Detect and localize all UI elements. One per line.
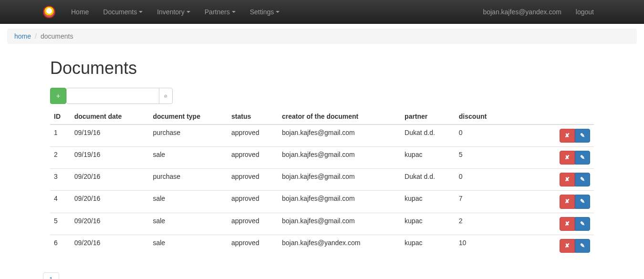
edit-button[interactable] <box>575 173 590 186</box>
search-icon <box>164 92 167 100</box>
cell-date: 09/20/16 <box>71 191 149 213</box>
cell-status: approved <box>228 124 278 147</box>
col-status: status <box>228 109 278 124</box>
nav-user-email[interactable]: bojan.kajfes@yandex.com <box>476 1 568 23</box>
cell-creator: bojan.kajfes@gmail.com <box>278 124 401 147</box>
nav-home[interactable]: Home <box>64 1 96 23</box>
cell-status: approved <box>228 191 278 213</box>
nav-inventory-label: Inventory <box>157 8 185 16</box>
documents-table: ID document date document type status cr… <box>50 109 594 257</box>
add-button[interactable]: + <box>50 88 66 104</box>
delete-button[interactable] <box>560 195 575 208</box>
col-discount: discount <box>455 109 506 124</box>
cell-type: purchase <box>149 169 228 191</box>
edit-icon <box>580 132 585 140</box>
cell-id: 6 <box>50 235 71 257</box>
cell-actions <box>506 147 594 169</box>
cell-id: 1 <box>50 124 71 147</box>
cell-date: 09/19/16 <box>71 147 149 169</box>
breadcrumb-home[interactable]: home <box>14 32 31 40</box>
edit-button[interactable] <box>575 239 590 253</box>
edit-icon <box>580 220 585 228</box>
breadcrumb: home documents <box>7 29 637 44</box>
cell-creator: bojan.kajfes@gmail.com <box>278 213 401 235</box>
chevron-down-icon <box>139 11 143 13</box>
edit-button[interactable] <box>575 129 590 143</box>
cell-status: approved <box>228 169 278 191</box>
cell-id: 2 <box>50 147 71 169</box>
cell-id: 3 <box>50 169 71 191</box>
cell-date: 09/20/16 <box>71 235 149 257</box>
cell-discount: 7 <box>455 191 506 213</box>
cell-partner: kupac <box>401 191 455 213</box>
cell-type: purchase <box>149 124 228 147</box>
edit-button[interactable] <box>575 195 590 208</box>
nav-documents-label: Documents <box>103 8 137 16</box>
brand-logo[interactable] <box>43 6 55 18</box>
nav-inventory[interactable]: Inventory <box>150 1 197 23</box>
nav-documents[interactable]: Documents <box>96 1 150 23</box>
page-title: Documents <box>50 58 594 78</box>
nav-partners-label: Partners <box>205 8 230 16</box>
cell-type: sale <box>149 213 228 235</box>
chevron-down-icon <box>232 11 236 13</box>
nav-settings-label: Settings <box>250 8 274 16</box>
cell-creator: bojan.kajfes@gmail.com <box>278 147 401 169</box>
delete-icon <box>565 197 570 206</box>
page-link[interactable]: 1 <box>43 272 59 279</box>
col-id: ID <box>50 109 71 124</box>
table-row: 509/20/16saleapprovedbojan.kajfes@gmail.… <box>50 213 594 235</box>
nav-logout[interactable]: logout <box>569 1 601 23</box>
chevron-down-icon <box>187 11 190 13</box>
cell-partner: kupac <box>401 235 455 257</box>
pagination: 1 <box>43 276 59 279</box>
delete-button[interactable] <box>560 173 575 186</box>
table-row: 109/19/16purchaseapprovedbojan.kajfes@gm… <box>50 124 594 147</box>
table-row: 409/20/16saleapprovedbojan.kajfes@gmail.… <box>50 191 594 213</box>
cell-discount: 5 <box>455 147 506 169</box>
cell-discount: 2 <box>455 213 506 235</box>
col-date: document date <box>71 109 149 124</box>
edit-icon <box>580 154 585 162</box>
cell-actions <box>506 213 594 235</box>
delete-button[interactable] <box>560 239 575 253</box>
table-row: 209/19/16saleapprovedbojan.kajfes@gmail.… <box>50 147 594 169</box>
cell-id: 5 <box>50 213 71 235</box>
nav-partners[interactable]: Partners <box>197 1 243 23</box>
delete-button[interactable] <box>560 217 575 231</box>
cell-status: approved <box>228 147 278 169</box>
nav-settings[interactable]: Settings <box>243 1 287 23</box>
cell-partner: Dukat d.d. <box>401 124 455 147</box>
delete-icon <box>565 242 570 250</box>
delete-button[interactable] <box>560 129 575 143</box>
cell-creator: bojan.kajfes@gmail.com <box>278 169 401 191</box>
cell-type: sale <box>149 147 228 169</box>
delete-icon <box>565 132 570 140</box>
edit-button[interactable] <box>575 151 590 165</box>
cell-discount: 0 <box>455 124 506 147</box>
edit-icon <box>580 197 585 206</box>
cell-creator: bojan.kajfes@yandex.com <box>278 235 401 257</box>
col-creator: creator of the document <box>278 109 401 124</box>
cell-partner: kupac <box>401 147 455 169</box>
cell-partner: Dukat d.d. <box>401 169 455 191</box>
search-button[interactable] <box>159 88 173 104</box>
cell-id: 4 <box>50 191 71 213</box>
cell-actions <box>506 191 594 213</box>
cell-date: 09/20/16 <box>71 213 149 235</box>
cell-status: approved <box>228 235 278 257</box>
cell-type: sale <box>149 235 228 257</box>
delete-icon <box>565 154 570 162</box>
cell-creator: bojan.kajfes@gmail.com <box>278 191 401 213</box>
edit-button[interactable] <box>575 217 590 231</box>
cell-status: approved <box>228 213 278 235</box>
cell-discount: 10 <box>455 235 506 257</box>
delete-button[interactable] <box>560 151 575 165</box>
cell-type: sale <box>149 191 228 213</box>
cell-date: 09/20/16 <box>71 169 149 191</box>
col-partner: partner <box>401 109 455 124</box>
cell-actions <box>506 124 594 147</box>
search-input[interactable] <box>66 88 159 104</box>
cell-discount: 0 <box>455 169 506 191</box>
top-navbar: Home Documents Inventory Partners Settin… <box>0 0 644 24</box>
